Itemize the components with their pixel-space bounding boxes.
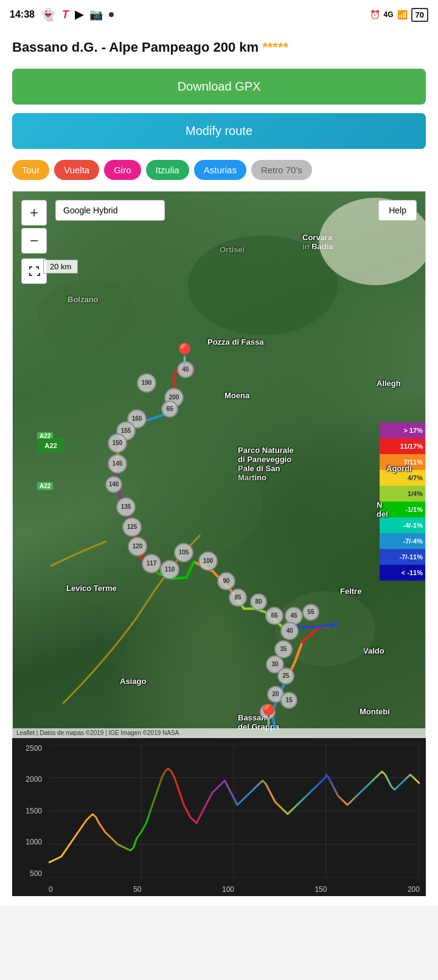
alarm-icon: ⏰ [370, 10, 380, 19]
tiktok-icon: T [62, 9, 69, 21]
chart-svg [49, 744, 420, 878]
legend-11-17: 11/17% [380, 438, 425, 454]
end-pin: 📍 [171, 342, 198, 368]
place-bolzano: Bolzano [68, 295, 99, 304]
marker-65b: 65 [265, 607, 283, 625]
marker-140: 140 [105, 476, 122, 493]
tab-vuelta[interactable]: Vuelta [54, 160, 99, 180]
place-corvara: Corvarain Badia [302, 233, 333, 251]
zoom-in-button[interactable]: + [21, 200, 47, 226]
page-title: Bassano d.G. - Alpe Pampeago 200 km ****… [12, 39, 426, 57]
youtube-icon: ▶ [75, 8, 83, 21]
place-n-del: Ndel [377, 500, 388, 519]
place-pozza: Pozza di Fassa [207, 337, 263, 347]
x-label-200: 200 [408, 885, 420, 894]
download-gpx-button[interactable]: Download GPX [12, 69, 426, 105]
place-asiago: Asiago [120, 677, 146, 686]
map-attribution: Leaflet | Datos de mapas ©2019 | IGE Ima… [13, 728, 425, 737]
map-container[interactable]: A22 [12, 191, 426, 738]
x-label-50: 50 [133, 885, 141, 894]
marker-120: 120 [128, 537, 147, 556]
place-levico: Levico Terme [66, 584, 117, 593]
battery-indicator: 70 [411, 8, 428, 22]
marker-40: 40 [280, 622, 299, 640]
y-label-500: 500 [12, 869, 42, 878]
tabs-container: Tour Vuelta Giro Itzulia Asturias Retro … [12, 160, 426, 180]
marker-85: 85 [229, 588, 247, 607]
place-valdo: Valdo [363, 646, 384, 655]
marker-190: 190 [137, 373, 156, 393]
marker-65a: 65 [161, 401, 178, 418]
dot-icon [109, 12, 114, 17]
marker-125: 125 [122, 517, 142, 537]
marker-110: 110 [160, 560, 179, 579]
elevation-chart: 2500 2000 1500 1000 500 [12, 738, 426, 896]
y-label-1000: 1000 [12, 838, 42, 846]
tab-tour[interactable]: Tour [12, 160, 49, 180]
y-label-2500: 2500 [12, 744, 42, 753]
map-type-select[interactable]: Google Hybrid Google Maps OpenStreetMap [55, 200, 165, 221]
legend-neg11minus: < -11% [380, 565, 425, 581]
status-right: ⏰ 4G 📶 70 [370, 8, 428, 22]
status-left: 14:38 👻 T ▶ 📷 [10, 7, 114, 22]
marker-145: 145 [108, 454, 127, 474]
marker-135: 135 [116, 497, 136, 517]
highway-a22: A22 [37, 432, 53, 440]
help-button[interactable]: Help [378, 200, 417, 221]
marker-25: 25 [277, 668, 294, 685]
place-ortisei: Ortisei [220, 245, 245, 254]
marker-80: 80 [250, 593, 267, 610]
snapchat-icon: 👻 [41, 7, 56, 22]
status-bar: 14:38 👻 T ▶ 📷 ⏰ 4G 📶 70 [0, 0, 438, 29]
scale-bar: 20 km [43, 260, 78, 274]
place-moena: Moena [224, 391, 249, 400]
marker-105: 105 [174, 543, 193, 562]
chart-y-axis: 2500 2000 1500 1000 500 [12, 738, 46, 896]
tab-giro[interactable]: Giro [104, 160, 141, 180]
y-label-2000: 2000 [12, 775, 42, 784]
marker-90: 90 [217, 572, 235, 590]
modify-route-button[interactable]: Modify route [12, 113, 426, 149]
instagram-icon: 📷 [89, 8, 103, 21]
place-parco: Parco Naturaledi PaneveggioPale di SanMa… [238, 446, 294, 482]
tab-asturias[interactable]: Asturias [194, 160, 246, 180]
place-allegh: Allegh [377, 379, 401, 388]
signal-icon: 📶 [397, 10, 408, 19]
marker-117: 117 [142, 554, 161, 573]
marker-150: 150 [108, 433, 127, 453]
legend-neg7-neg4: -7/-4% [380, 533, 425, 549]
chart-x-axis: 0 50 100 150 200 [49, 885, 420, 894]
fullscreen-icon [28, 265, 40, 277]
tab-itzulia[interactable]: Itzulia [146, 160, 189, 180]
legend-17plus: > 17% [380, 423, 425, 438]
time: 14:38 [10, 9, 35, 20]
x-label-100: 100 [222, 885, 234, 894]
place-agordi: Agordi [386, 464, 412, 473]
network-icon: 4G [384, 10, 394, 19]
legend-neg4-neg1: -4/-1% [380, 517, 425, 533]
start-pin: 📍 [255, 703, 282, 729]
tab-retro70s[interactable]: Retro 70's [251, 160, 312, 180]
zoom-out-button[interactable]: − [21, 228, 47, 254]
marker-100: 100 [198, 551, 218, 571]
legend-1-4: 1/4% [380, 486, 425, 502]
marker-15: 15 [280, 692, 297, 709]
x-label-0: 0 [49, 885, 53, 894]
place-feltre: Feltre [340, 587, 361, 596]
y-label-1500: 1500 [12, 807, 42, 815]
legend-neg7-neg11: -7/-11% [380, 549, 425, 565]
highway-a22-2: A22 [37, 482, 53, 490]
x-label-150: 150 [315, 885, 327, 894]
place-montebi: Montebi [360, 707, 390, 716]
map-type-selector: Google Hybrid Google Maps OpenStreetMap [55, 200, 165, 221]
marker-55: 55 [302, 604, 319, 621]
main-content: Bassano d.G. - Alpe Pampeago 200 km ****… [0, 29, 438, 906]
